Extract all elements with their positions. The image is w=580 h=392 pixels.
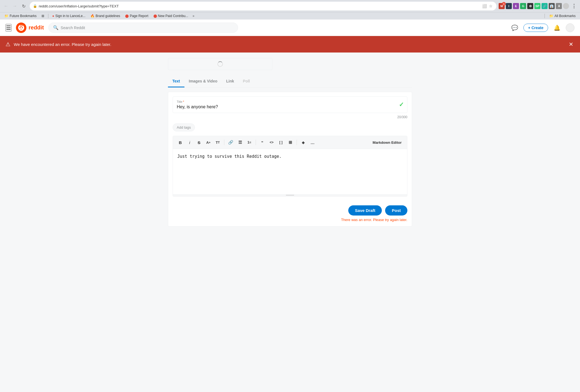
bookmark-page-report-label: Page Report (130, 14, 148, 18)
bookmark-future[interactable]: 📁 Future Bookmarks (2, 13, 39, 19)
reload-button[interactable]: ↻ (20, 2, 27, 10)
bookmark-brand-label: Brand guidelines (96, 14, 120, 18)
forward-button[interactable]: → (11, 2, 19, 10)
all-bookmarks-label: All Bookmarks (554, 14, 576, 18)
bookmark-sep-1 (48, 14, 48, 18)
italic-button[interactable]: i (186, 138, 194, 147)
reddit-snoo-icon (16, 23, 26, 33)
address-bar[interactable]: 🔒 reddit.com/user/Inflation-Large/submit… (30, 2, 496, 10)
ext-5[interactable]: ✿ (527, 3, 533, 9)
table-button[interactable]: ⊞ (286, 138, 294, 147)
bookmarks-right: 📁 All Bookmarks (543, 13, 578, 19)
title-field: Title * ✓ (173, 96, 407, 113)
svg-point-4 (20, 25, 22, 27)
user-avatar[interactable] (566, 23, 575, 32)
editor-resize-handle[interactable] (173, 194, 407, 196)
bold-button[interactable]: B (176, 138, 184, 147)
chat-button[interactable]: 💬 (510, 23, 519, 32)
editor-toolbar: B i S A+ TT 🔗 ☰ 1≡ " <> [ ] ⊞ (173, 136, 407, 149)
create-label: + Create (528, 26, 543, 30)
browser-chrome: ← → ↻ 🔒 reddit.com/user/Inflation-Large/… (0, 0, 580, 12)
ext-2[interactable]: I (506, 3, 512, 9)
markdown-editor-button[interactable]: Markdown Editor (371, 139, 404, 146)
ext-4[interactable]: G (520, 3, 526, 9)
toolbar-sep-3 (297, 140, 297, 145)
code-inline-button[interactable]: <> (267, 138, 276, 147)
search-icon: 🔍 (53, 25, 59, 30)
svg-point-2 (20, 27, 21, 28)
ext-1[interactable]: M 1 (499, 3, 505, 9)
more-options-button[interactable]: … (308, 138, 317, 147)
error-message: We have encountered an error. Please try… (14, 42, 564, 47)
subreddit-selector[interactable] (168, 58, 272, 70)
title-label: Title * (177, 100, 403, 103)
ext-9[interactable]: ⬇ (556, 3, 562, 9)
all-bookmarks-folder-icon: 📁 (549, 14, 553, 18)
reddit-header: ☰ reddit 🔍 Search Reddit 💬 + Create 🔔 (0, 20, 580, 36)
editor-body[interactable]: Just trying to survive this Reddit outag… (173, 149, 407, 193)
form-actions: Save Draft Post There was an error. Plea… (168, 201, 412, 226)
bookmarks-bar: 📁 Future Bookmarks ⊞ ● Sign in to LanceL… (0, 12, 580, 20)
title-required-marker: * (183, 100, 184, 103)
spoiler-button[interactable]: ◈ (299, 138, 307, 147)
blockquote-button[interactable]: " (258, 138, 266, 147)
add-tags-button[interactable]: Add tags (173, 123, 195, 131)
font-size-button[interactable]: A+ (204, 138, 212, 147)
toolbar-sep-1 (224, 140, 224, 145)
reddit-wordmark: reddit (29, 24, 44, 31)
notifications-button[interactable]: 🔔 (553, 23, 561, 32)
action-buttons: Save Draft Post (348, 205, 407, 216)
tab-link[interactable]: Link (222, 76, 239, 87)
post-button[interactable]: Post (385, 205, 407, 216)
search-bar[interactable]: 🔍 Search Reddit (48, 23, 238, 33)
bookmark-sign-in-label: Sign in to LanceLe... (55, 14, 85, 18)
svg-point-3 (22, 27, 23, 28)
ext-3[interactable]: E (513, 3, 519, 9)
bookmark-star-icon[interactable]: ☆ (488, 3, 493, 9)
browser-extensions: M 1 I E G ✿ SP 🔗 👔 ⬇ ⋮ (499, 2, 578, 10)
toolbar-sep-2 (256, 140, 256, 145)
bookmark-page-report[interactable]: ⬤ Page Report (123, 13, 150, 19)
ext-6[interactable]: SP (534, 3, 540, 9)
error-close-button[interactable]: ✕ (568, 40, 575, 49)
bookmarks-more-button[interactable]: » (191, 13, 196, 19)
header-actions: 💬 + Create 🔔 (510, 23, 575, 32)
unordered-list-button[interactable]: ☰ (236, 138, 244, 147)
bookmark-sep-right (545, 14, 545, 18)
form-content: Title * ✓ 20/300 Add tags B i (168, 92, 412, 201)
font-style-button[interactable]: TT (214, 138, 222, 147)
strikethrough-button[interactable]: S (195, 138, 203, 147)
bookmark-grid[interactable]: ⊞ (39, 13, 46, 19)
title-input[interactable] (177, 104, 403, 109)
save-draft-button[interactable]: Save Draft (348, 205, 382, 216)
search-placeholder: Search Reddit (61, 26, 85, 30)
ext-8[interactable]: 👔 (549, 3, 555, 9)
form-error-message: There was an error. Please try again lat… (341, 218, 407, 222)
bookmark-new-paid-icon: ⬤ (153, 14, 157, 18)
ext-7[interactable]: 🔗 (542, 3, 548, 9)
address-lock-icon: 🔒 (33, 4, 37, 8)
reddit-logo[interactable]: reddit (16, 23, 44, 33)
error-banner: ⚠ We have encountered an error. Please t… (0, 36, 580, 53)
bookmark-grid-icon: ⊞ (42, 14, 44, 18)
warning-icon: ⚠ (5, 41, 10, 48)
bookmark-sign-in-icon: ● (52, 14, 54, 18)
browser-more-button[interactable]: ⋮ (570, 2, 578, 10)
ordered-list-button[interactable]: 1≡ (245, 138, 253, 147)
tab-text[interactable]: Text (168, 76, 184, 87)
bookmark-sign-in[interactable]: ● Sign in to LanceLe... (50, 13, 88, 19)
bookmark-new-paid[interactable]: ⬤ New Paid Contribu... (151, 13, 190, 19)
title-valid-checkmark: ✓ (399, 101, 404, 108)
link-button[interactable]: 🔗 (227, 138, 235, 147)
bookmark-new-paid-label: New Paid Contribu... (158, 14, 188, 18)
hamburger-button[interactable]: ☰ (5, 24, 12, 32)
tab-images-video[interactable]: Images & Video (184, 76, 222, 87)
cast-icon[interactable]: ⬜ (482, 3, 487, 9)
all-bookmarks-button[interactable]: 📁 All Bookmarks (547, 13, 578, 19)
profile-avatar[interactable] (563, 3, 569, 9)
bookmark-brand[interactable]: 🔥 Brand guidelines (88, 13, 122, 19)
back-button[interactable]: ← (2, 2, 10, 10)
create-button[interactable]: + Create (523, 24, 548, 32)
code-block-button[interactable]: [ ] (277, 138, 285, 147)
post-tabs: Text Images & Video Link Poll (168, 76, 412, 87)
